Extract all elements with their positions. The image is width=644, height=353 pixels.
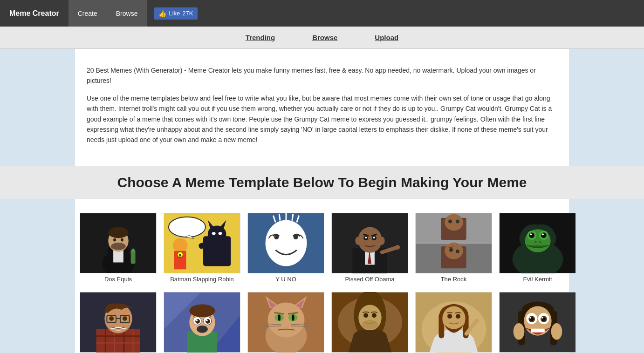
sub-navigation: Trending Browse Upload (0, 27, 644, 49)
svg-point-6 (111, 243, 126, 250)
svg-point-61 (456, 250, 459, 253)
svg-point-98 (195, 319, 200, 324)
svg-point-88 (109, 316, 114, 321)
meme-thumb-jesus (415, 292, 492, 353)
svg-point-150 (514, 323, 525, 340)
meme-thumb-yuno (247, 213, 324, 273)
meme-item-yuno[interactable]: Y U NO (247, 213, 324, 283)
meme-item-obama[interactable]: Pissed Off Obama (331, 213, 408, 283)
meme-thumb-grumpycat (247, 292, 324, 353)
meme-item-scaredkid[interactable]: Scared Kid (164, 292, 240, 353)
svg-point-41 (379, 237, 385, 245)
template-heading: Choose A Meme Template Below To Begin Ma… (8, 175, 636, 190)
meme-item-batman[interactable]: R Batman Slapping Robin (164, 213, 240, 283)
meme-thumb-evilkermit (499, 213, 576, 273)
description-para2: Use one of the meme templates below and … (87, 93, 557, 145)
thumbs-up-icon: 👍 (158, 10, 166, 17)
svg-point-45 (373, 237, 375, 238)
svg-point-70 (541, 232, 547, 238)
svg-point-89 (123, 316, 127, 321)
meme-thumb-therock (415, 213, 492, 273)
description-para1: 20 Best Memes (With Generator) - Meme Cr… (87, 65, 557, 86)
svg-point-49 (395, 245, 400, 250)
svg-point-95 (189, 304, 215, 317)
svg-point-105 (267, 302, 304, 337)
meme-thumb-overlyattached (499, 292, 576, 353)
svg-point-19 (212, 232, 216, 235)
svg-rect-10 (132, 249, 135, 252)
svg-point-12 (169, 217, 206, 237)
sub-nav-browse[interactable]: Browse (312, 34, 337, 41)
top-navigation: Meme Creator Create Browse 👍 Like 27K (0, 0, 644, 27)
svg-point-126 (362, 320, 378, 329)
meme-thumb-batman: R (164, 213, 240, 273)
svg-point-100 (196, 319, 198, 321)
svg-point-7 (113, 238, 116, 241)
svg-point-112 (278, 314, 281, 321)
meme-thumb-badluckbrian (80, 292, 157, 353)
svg-point-72 (542, 233, 544, 235)
meme-thumb-dos-equis (80, 213, 157, 273)
svg-point-124 (363, 313, 368, 318)
like-button[interactable]: 👍 Like 27K (154, 7, 198, 20)
meme-label-evilkermit: Evil Kermit (523, 276, 552, 283)
svg-point-44 (365, 237, 367, 238)
svg-point-73 (534, 241, 537, 243)
meme-label-yuno: Y U NO (275, 276, 296, 283)
meme-label-batman: Batman Slapping Robin (170, 276, 234, 283)
sub-nav-trending[interactable]: Trending (246, 34, 275, 41)
svg-point-56 (448, 219, 452, 223)
svg-point-135 (474, 319, 479, 323)
nav-browse[interactable]: Browse (107, 0, 147, 27)
svg-rect-149 (531, 329, 545, 333)
meme-thumb-obama (331, 213, 408, 273)
meme-label-therock: The Rock (441, 276, 467, 283)
meme-item-jesus[interactable]: Jesus (415, 292, 492, 353)
svg-point-69 (529, 232, 534, 238)
meme-label-obama: Pissed Off Obama (345, 276, 395, 283)
svg-point-71 (530, 233, 532, 235)
svg-point-125 (372, 313, 377, 318)
svg-point-22 (173, 238, 188, 253)
meme-item-overlyattached[interactable]: Overly Attached (499, 292, 576, 353)
svg-point-5 (108, 227, 128, 238)
meme-thumb-scaredkid (164, 292, 240, 353)
svg-line-29 (279, 214, 280, 220)
svg-point-99 (206, 319, 210, 324)
main-content: 20 Best Memes (With Generator) - Meme Cr… (75, 49, 569, 166)
svg-text:R: R (179, 253, 182, 257)
meme-item-lotr[interactable]: LOTR Character (331, 292, 408, 353)
meme-item-therock[interactable]: The Rock (415, 213, 492, 283)
svg-point-74 (539, 241, 541, 243)
svg-point-59 (445, 243, 463, 259)
svg-line-119 (291, 326, 310, 326)
svg-point-33 (274, 235, 279, 239)
sub-nav-upload[interactable]: Upload (375, 34, 398, 41)
svg-point-102 (197, 326, 208, 333)
like-label: Like (169, 10, 180, 17)
meme-item-grumpycat[interactable]: Grumpy Cat (247, 292, 324, 353)
svg-point-151 (551, 323, 562, 340)
svg-line-31 (292, 214, 293, 220)
description-block: 20 Best Memes (With Generator) - Meme Cr… (87, 58, 557, 157)
svg-point-60 (449, 248, 453, 252)
meme-item-badluckbrian[interactable]: Bad Luck Brian (80, 292, 157, 353)
nav-create[interactable]: Create (69, 0, 107, 27)
svg-point-20 (219, 232, 222, 235)
svg-point-27 (266, 220, 307, 266)
svg-point-133 (456, 314, 460, 319)
svg-point-57 (456, 219, 459, 223)
meme-item-dos-equis[interactable]: Dos Equis (80, 213, 157, 283)
meme-item-evilkermit[interactable]: Evil Kermit (499, 213, 576, 283)
svg-line-117 (262, 326, 281, 326)
svg-point-148 (541, 317, 543, 319)
template-section-header: Choose A Meme Template Below To Begin Ma… (0, 166, 644, 199)
svg-point-8 (121, 238, 123, 241)
svg-point-101 (206, 319, 208, 321)
like-count: 27K (182, 10, 193, 17)
svg-point-39 (358, 227, 382, 252)
nav-brand: Meme Creator (0, 0, 69, 27)
svg-point-147 (529, 317, 531, 319)
svg-point-40 (355, 237, 361, 245)
svg-point-132 (447, 314, 452, 319)
